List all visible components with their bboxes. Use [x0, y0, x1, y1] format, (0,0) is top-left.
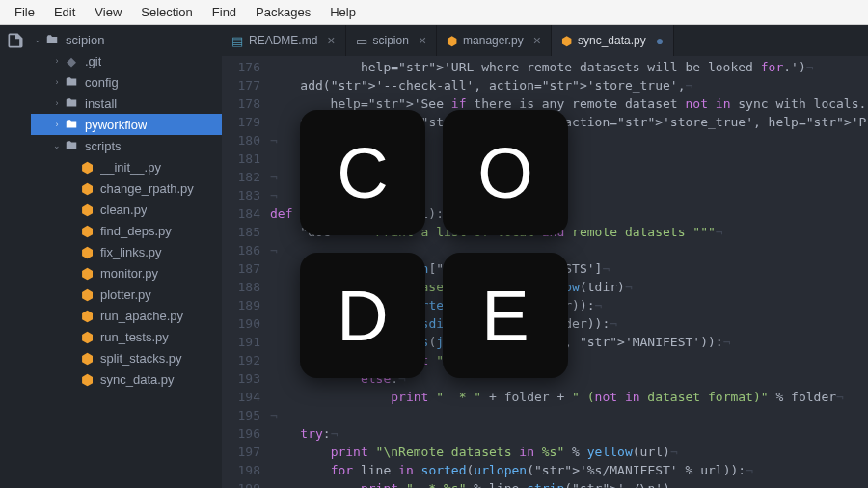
chevron-icon: › [50, 98, 64, 108]
menu-view[interactable]: View [86, 2, 130, 22]
project-icon [44, 32, 60, 47]
python-icon: ⬢ [447, 34, 457, 48]
tree-item-config[interactable]: ›config [31, 71, 222, 93]
tree-item-monitor-py[interactable]: ⬢monitor.py [31, 262, 222, 284]
activity-rail [0, 25, 31, 488]
chevron-down-icon: ⌄ [31, 35, 44, 44]
chevron-icon: › [50, 120, 64, 129]
tree-label: pyworkflow [85, 118, 147, 132]
tree-label: run_tests.py [100, 330, 169, 344]
tree-label: sync_data.py [100, 372, 175, 387]
sidebar: ⌄ scipion ›◆.git›config›install›pyworkfl… [0, 25, 222, 488]
tree-label: __init__.py [100, 160, 161, 175]
python-icon: ⬢ [79, 350, 95, 366]
book-icon: ▤ [231, 34, 243, 48]
tree-label: clean.py [100, 203, 147, 217]
tree-item-__init__-py[interactable]: ⬢__init__.py [31, 156, 222, 177]
file-tree: ⌄ scipion ›◆.git›config›install›pyworkfl… [31, 25, 222, 488]
python-icon: ⬢ [79, 308, 95, 323]
tree-item-run_apache-py[interactable]: ⬢run_apache.py [31, 305, 222, 326]
menu-edit[interactable]: Edit [45, 2, 84, 22]
menu-help[interactable]: Help [321, 2, 365, 22]
tab-manager-py[interactable]: ⬢manager.py× [437, 25, 552, 56]
tree-item-pyworkflow[interactable]: ›pyworkflow [31, 114, 222, 135]
tree-label: config [85, 75, 119, 90]
tree-item-plotter-py[interactable]: ⬢plotter.py [31, 284, 222, 305]
tree-label: change_rpath.py [100, 181, 194, 196]
file-tree-icon[interactable] [6, 31, 25, 50]
project-root[interactable]: ⌄ scipion [31, 29, 222, 50]
tab-label: README.md [249, 34, 317, 47]
line-gutter: 1761771781791801811821831841851861871881… [222, 56, 270, 488]
python-icon: ⬢ [79, 244, 95, 259]
tab-sync_data-py[interactable]: ⬢sync_data.py● [552, 25, 674, 56]
python-icon: ⬢ [79, 223, 95, 238]
git-icon: ◆ [64, 53, 79, 68]
folder-icon [64, 138, 79, 153]
python-icon: ⬢ [79, 159, 95, 175]
tree-label: plotter.py [100, 287, 151, 302]
python-icon: ⬢ [79, 180, 95, 196]
chevron-icon: › [50, 77, 64, 87]
tab-label: manager.py [463, 34, 524, 47]
chevron-icon: › [50, 56, 64, 66]
tab-bar: ▤README.md×▭scipion×⬢manager.py×⬢sync_da… [222, 25, 868, 56]
tree-label: find_deps.py [100, 224, 172, 238]
python-icon: ⬢ [79, 286, 95, 302]
folder-icon [64, 74, 79, 90]
python-icon: ⬢ [561, 34, 572, 48]
python-icon: ⬢ [79, 202, 95, 217]
menu-find[interactable]: Find [203, 2, 245, 22]
tree-item-change_rpath-py[interactable]: ⬢change_rpath.py [31, 177, 222, 199]
menu-file[interactable]: File [6, 2, 43, 22]
python-icon: ⬢ [79, 265, 95, 281]
close-icon[interactable]: × [533, 33, 541, 48]
tree-label: .git [85, 54, 101, 68]
tab-README-md[interactable]: ▤README.md× [222, 25, 346, 56]
close-icon[interactable]: × [327, 33, 335, 48]
tree-label: scripts [85, 139, 122, 153]
tree-label: fix_links.py [100, 245, 162, 259]
tree-item-install[interactable]: ›install [31, 93, 222, 114]
close-icon[interactable]: ● [656, 33, 664, 48]
python-icon: ⬢ [79, 329, 95, 344]
folder-open-icon [64, 117, 79, 132]
code-source[interactable]: help="str">'URL where remote datasets wi… [270, 56, 868, 488]
tab-label: scipion [373, 34, 409, 47]
close-icon[interactable]: × [419, 33, 426, 48]
tree-item-sync_data-py[interactable]: ⬢sync_data.py [31, 368, 222, 390]
tree-item-scripts[interactable]: ⌄scripts [31, 135, 222, 156]
tree-label: monitor.py [100, 266, 158, 281]
editor-pane: ▤README.md×▭scipion×⬢manager.py×⬢sync_da… [222, 25, 868, 488]
tree-item-clean-py[interactable]: ⬢clean.py [31, 199, 222, 220]
tree-label: install [85, 96, 117, 111]
chevron-icon: ⌄ [50, 141, 64, 150]
menu-packages[interactable]: Packages [247, 2, 319, 22]
menu-selection[interactable]: Selection [132, 2, 201, 22]
python-icon: ⬢ [79, 371, 95, 387]
project-root-label: scipion [66, 33, 104, 47]
tree-label: split_stacks.py [100, 351, 182, 366]
menubar: FileEditViewSelectionFindPackagesHelp [0, 0, 868, 25]
tree-item-fix_links-py[interactable]: ⬢fix_links.py [31, 241, 222, 262]
tab-label: sync_data.py [578, 34, 646, 47]
tree-label: run_apache.py [100, 309, 183, 323]
tree-item--git[interactable]: ›◆.git [31, 50, 222, 71]
tab-scipion[interactable]: ▭scipion× [346, 25, 438, 56]
file-icon: ▭ [356, 34, 367, 48]
tree-item-split_stacks-py[interactable]: ⬢split_stacks.py [31, 347, 222, 368]
tree-item-run_tests-py[interactable]: ⬢run_tests.py [31, 326, 222, 347]
tree-item-find_deps-py[interactable]: ⬢find_deps.py [31, 220, 222, 241]
folder-icon [64, 95, 79, 111]
code-area[interactable]: 1761771781791801811821831841851861871881… [222, 56, 868, 488]
